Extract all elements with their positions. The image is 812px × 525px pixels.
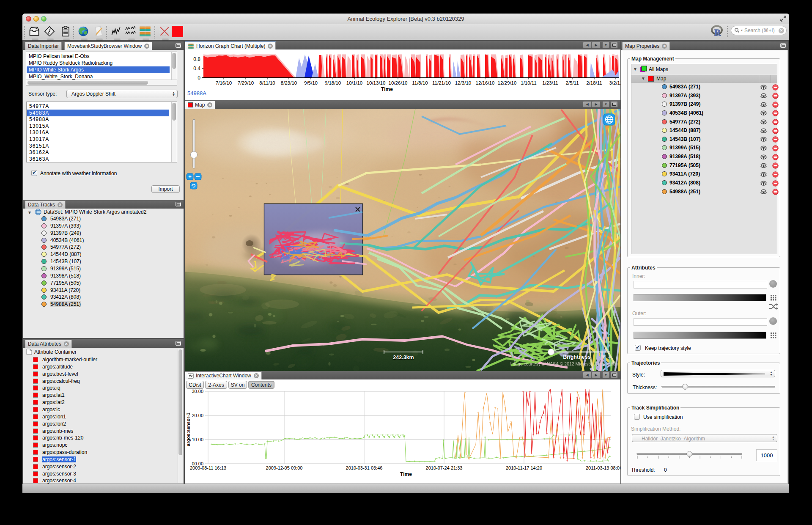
svg-text:8/11/10: 8/11/10 [259, 80, 275, 85]
svg-text:10.00: 10.00 [192, 437, 203, 442]
svg-text:2009-08-11 16:13: 2009-08-11 16:13 [190, 465, 226, 470]
svg-text:10/26/10: 10/26/10 [389, 80, 408, 85]
svg-text:11/21/10: 11/21/10 [432, 80, 451, 85]
svg-text:2010-03-31 03:46: 2010-03-31 03:46 [346, 465, 383, 470]
svg-text:12/3/10: 12/3/10 [455, 80, 471, 85]
svg-text:Time: Time [381, 86, 393, 92]
svg-text:242.3km: 242.3km [393, 355, 414, 360]
svg-text:0: 0 [198, 75, 200, 81]
svg-text:R: R [714, 27, 721, 37]
svg-text:argos:sensor-1: argos:sensor-1 [186, 412, 191, 446]
svg-text:54988A: 54988A [187, 90, 206, 96]
svg-text:7/29/10: 7/29/10 [238, 80, 254, 85]
svg-text:20.00: 20.00 [192, 413, 203, 418]
svg-text:2/18/11: 2/18/11 [586, 80, 602, 85]
svg-text:7/16/10: 7/16/10 [216, 80, 232, 85]
svg-text:0.4: 0.4 [193, 66, 200, 71]
svg-text:30.00: 30.00 [192, 389, 203, 394]
svg-text:+: + [188, 173, 192, 180]
svg-text:12/29/10: 12/29/10 [498, 80, 517, 85]
svg-text:1/23/11: 1/23/11 [542, 80, 558, 85]
svg-text:2010-11-17 14:20: 2010-11-17 14:20 [506, 465, 542, 470]
svg-text:2009-12-05 09:00: 2009-12-05 09:00 [266, 465, 303, 470]
svg-text:3/2/11: 3/2/11 [609, 80, 620, 85]
svg-text:8/23/10: 8/23/10 [281, 80, 297, 85]
svg-text:9/5/10: 9/5/10 [304, 80, 318, 85]
svg-text:9/18/10: 9/18/10 [325, 80, 341, 85]
svg-text:0.8: 0.8 [193, 56, 200, 62]
svg-text:Brightness: Brightness [563, 354, 590, 360]
svg-text:11/8/10: 11/8/10 [412, 80, 428, 85]
svg-text:2/5/11: 2/5/11 [565, 80, 579, 85]
svg-text:Image courtesy of NASA © 2012: Image courtesy of NASA © 2012 Microsoft … [510, 361, 618, 366]
svg-text:Time: Time [400, 471, 412, 477]
svg-text:2010-07-24 21:33: 2010-07-24 21:33 [426, 465, 463, 470]
svg-text:1/10/11: 1/10/11 [521, 80, 537, 85]
svg-text:10/13/10: 10/13/10 [367, 80, 386, 85]
svg-text:2011-03-13 08:06: 2011-03-13 08:06 [586, 465, 620, 470]
svg-text:10/1/10: 10/1/10 [346, 80, 362, 85]
svg-text:12/16/10: 12/16/10 [476, 80, 495, 85]
